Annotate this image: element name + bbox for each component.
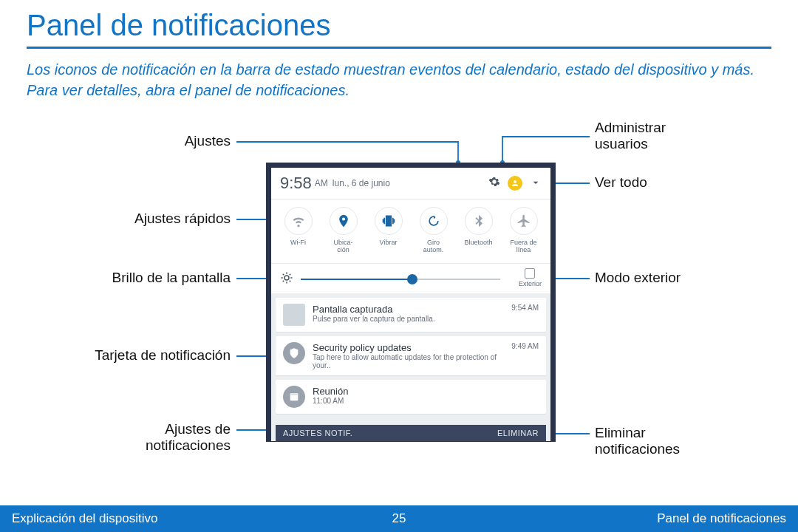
clock-ampm: AM <box>315 178 328 188</box>
qs-vibrate[interactable]: Vibrar <box>366 207 411 254</box>
location-icon <box>330 207 358 235</box>
svg-line-16 <box>283 281 284 282</box>
diagram: Ajustes Ajustes rápidos Brillo de la pan… <box>0 118 798 480</box>
brightness-row: Exterior <box>271 263 550 293</box>
notification-card[interactable]: Security policy updates Tap here to allo… <box>276 336 546 375</box>
bluetooth-icon <box>465 207 493 235</box>
title-rule <box>27 47 771 49</box>
callout-ajustes: Ajustes <box>0 133 231 149</box>
clear-button[interactable]: ELIMINAR <box>497 429 539 437</box>
footer-right: Panel de notificaciones <box>528 511 786 526</box>
svg-rect-19 <box>290 393 299 395</box>
svg-line-17 <box>290 273 291 275</box>
notification-subtitle: 11:00 AM <box>313 397 531 405</box>
qs-airplane[interactable]: Fuera de línea <box>501 207 546 254</box>
qs-location-label: Ubica- ción <box>321 239 366 254</box>
clock-time: 9:58 <box>280 174 312 193</box>
footer: Explicación del dispositivo 25 Panel de … <box>0 505 798 532</box>
notification-card[interactable]: Reunión 11:00 AM <box>276 380 546 414</box>
slider-thumb[interactable] <box>407 274 417 284</box>
brightness-slider[interactable] <box>301 279 500 280</box>
notification-subtitle: Tap here to allow automatic updates for … <box>313 353 504 369</box>
qs-wifi-label: Wi-Fi <box>276 239 321 247</box>
notif-settings-button[interactable]: AJUSTES NOTIF. <box>283 429 352 437</box>
qs-airplane-label: Fuera de línea <box>501 239 546 254</box>
brightness-icon[interactable] <box>280 271 293 287</box>
callout-tarjeta: Tarjeta de notificación <box>0 347 231 364</box>
phone-panel: 9:58 AM lun., 6 de junio <box>266 163 556 442</box>
callout-ver-todo: Ver todo <box>595 174 647 191</box>
airplane-icon <box>510 207 538 235</box>
screenshot-icon <box>283 304 305 326</box>
gear-icon[interactable] <box>488 176 500 191</box>
notification-time: 9:49 AM <box>511 342 539 369</box>
callout-modo-exterior: Modo exterior <box>595 270 681 286</box>
callout-brillo: Brillo de la pantalla <box>0 270 231 286</box>
qs-bluetooth-label: Bluetooth <box>456 239 501 247</box>
exterior-label: Exterior <box>519 280 542 287</box>
shield-icon <box>283 342 305 364</box>
notification-card[interactable]: Pantalla capturada Pulse para ver la cap… <box>276 298 546 332</box>
footer-page: 25 <box>270 511 528 526</box>
chevron-down-icon[interactable] <box>530 177 542 191</box>
qs-rotate-label: Giro autom. <box>411 239 456 254</box>
callout-ajustes-notif: Ajustes de notificaciones <box>0 421 231 454</box>
exterior-checkbox[interactable] <box>525 268 535 279</box>
clock-date: lun., 6 de junio <box>332 178 390 188</box>
notification-list: Pantalla capturada Pulse para ver la cap… <box>271 293 550 414</box>
user-icon[interactable] <box>508 176 522 191</box>
callout-eliminar: Eliminar notificaciones <box>595 425 680 457</box>
callout-admin-usuarios: Administrar usuarios <box>595 120 666 152</box>
notification-title: Security policy updates <box>313 342 504 353</box>
intro-text: Los iconos de notificación en la barra d… <box>27 59 771 100</box>
phone-inner: 9:58 AM lun., 6 de junio <box>271 168 550 441</box>
qs-wifi[interactable]: Wi-Fi <box>276 207 321 254</box>
rotate-icon <box>420 207 448 235</box>
wifi-icon <box>284 207 313 235</box>
svg-line-15 <box>290 281 291 282</box>
calendar-icon <box>283 386 305 408</box>
qs-bluetooth[interactable]: Bluetooth <box>456 207 501 254</box>
notification-time: 9:54 AM <box>511 304 539 326</box>
svg-line-14 <box>283 273 284 275</box>
qs-vibrate-label: Vibrar <box>366 239 411 247</box>
notification-title: Reunión <box>313 386 531 397</box>
status-row: 9:58 AM lun., 6 de junio <box>271 168 550 199</box>
quick-settings-row: Wi-Fi Ubica- ción Vibrar <box>271 199 550 263</box>
svg-point-9 <box>284 276 289 280</box>
bottom-bar: AJUSTES NOTIF. ELIMINAR <box>276 425 546 441</box>
notification-subtitle: Pulse para ver la captura de pantalla. <box>313 315 504 323</box>
qs-rotate[interactable]: Giro autom. <box>411 207 456 254</box>
vibrate-icon <box>375 207 403 235</box>
notification-title: Pantalla capturada <box>313 304 504 315</box>
footer-left: Explicación del dispositivo <box>12 511 270 526</box>
page-title: Panel de notificaciones <box>27 9 798 42</box>
callout-ajustes-rapidos: Ajustes rápidos <box>0 211 231 227</box>
qs-location[interactable]: Ubica- ción <box>321 207 366 254</box>
